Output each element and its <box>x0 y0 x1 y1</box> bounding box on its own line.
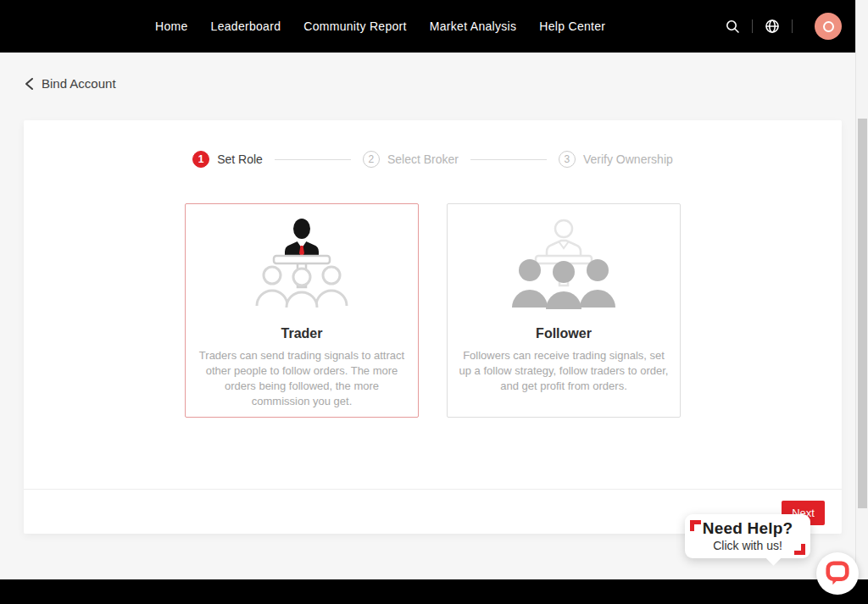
avatar-ring-icon <box>823 21 834 32</box>
stepper: 1 Set Role 2 Select Broker 3 Verify Owne… <box>24 120 842 168</box>
trader-description: Traders can send trading signals to attr… <box>195 348 409 409</box>
nav-menu: Home Leaderboard Community Report Market… <box>0 19 628 33</box>
trader-title: Trader <box>186 326 418 341</box>
need-help-tooltip[interactable]: Need Help? Click with us! <box>685 514 810 558</box>
nav-divider <box>752 19 753 33</box>
step-set-role: 1 Set Role <box>192 151 263 168</box>
scrollbar[interactable] <box>855 0 868 579</box>
page-footer <box>0 579 868 604</box>
step-2-label: Select Broker <box>387 152 459 166</box>
top-navigation: Home Leaderboard Community Report Market… <box>0 0 868 53</box>
step-3-label: Verify Ownership <box>583 152 673 166</box>
step-select-broker: 2 Select Broker <box>363 151 459 168</box>
nav-right-controls <box>723 0 842 53</box>
livechat-bubble-icon <box>825 560 850 587</box>
role-card-follower[interactable]: Follower Followers can receive trading s… <box>447 203 681 418</box>
help-subtitle: Click with us! <box>685 539 810 552</box>
step-connector <box>275 159 351 160</box>
role-cards: Trader Traders can send trading signals … <box>24 203 842 418</box>
scrollbar-thumb[interactable] <box>858 119 867 508</box>
user-avatar[interactable] <box>815 13 842 40</box>
help-title: Need Help? <box>685 519 810 538</box>
corner-bracket-icon <box>794 544 805 555</box>
trader-podium-icon <box>238 216 365 318</box>
bind-account-card: 1 Set Role 2 Select Broker 3 Verify Owne… <box>24 120 842 534</box>
follower-description: Followers can receive trading signals, s… <box>457 348 670 394</box>
role-card-trader[interactable]: Trader Traders can send trading signals … <box>185 203 419 418</box>
corner-bracket-icon <box>690 520 701 531</box>
page-title: Bind Account <box>42 76 116 91</box>
nav-item-community-report[interactable]: Community Report <box>303 19 407 33</box>
step-connector <box>470 159 547 160</box>
follower-title: Follower <box>448 326 680 341</box>
step-3-circle: 3 <box>559 151 576 168</box>
breadcrumb-back[interactable]: Bind Account <box>25 76 116 91</box>
nav-item-help-center[interactable]: Help Center <box>539 19 605 33</box>
step-2-circle: 2 <box>363 151 380 168</box>
chat-widget-button[interactable] <box>816 552 859 595</box>
page: Home Leaderboard Community Report Market… <box>0 0 868 604</box>
nav-item-market-analysis[interactable]: Market Analysis <box>430 19 517 33</box>
follower-audience-icon <box>500 216 627 318</box>
search-icon[interactable] <box>723 17 742 36</box>
nav-item-home[interactable]: Home <box>155 19 188 33</box>
nav-divider <box>792 19 793 33</box>
chevron-left-icon <box>25 77 34 91</box>
nav-item-leaderboard[interactable]: Leaderboard <box>211 19 281 33</box>
step-1-label: Set Role <box>217 152 263 166</box>
tooltip-tail <box>765 550 781 565</box>
globe-icon[interactable] <box>763 17 782 36</box>
step-1-circle: 1 <box>192 151 209 168</box>
step-verify-ownership: 3 Verify Ownership <box>559 151 673 168</box>
